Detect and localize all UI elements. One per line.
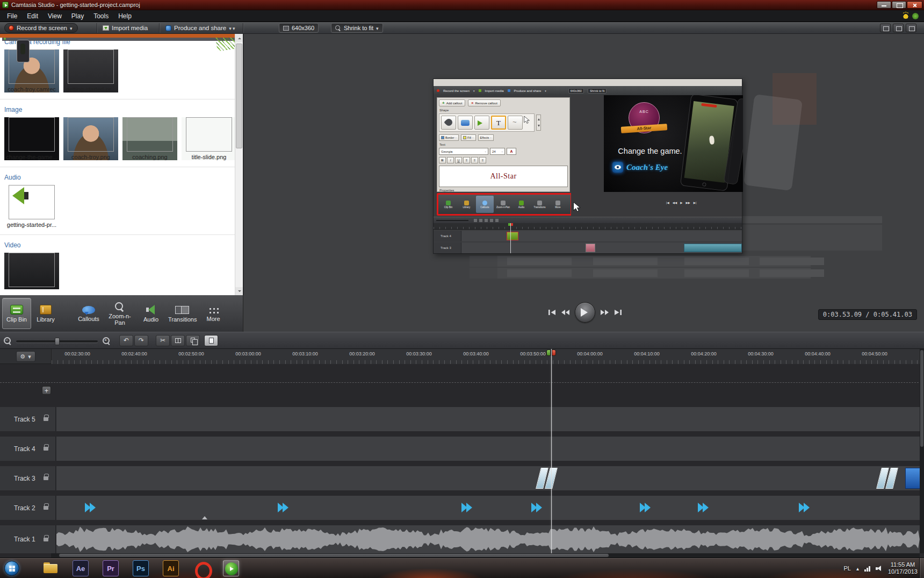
- taskbar-app-camtasia[interactable]: [223, 560, 239, 576]
- show-hidden-icons-icon[interactable]: [856, 565, 859, 572]
- ruler-timestamp-00-04-00-00: 00:04:00:00: [568, 351, 611, 356]
- copy-button[interactable]: [186, 335, 200, 346]
- menu-item-edit[interactable]: Edit: [22, 11, 43, 22]
- scrollbar-thumb[interactable]: [920, 350, 923, 447]
- video-preview-canvas[interactable]: Record the screen Import media Produce a…: [433, 79, 742, 254]
- detach-preview-button[interactable]: [880, 24, 891, 32]
- menu-item-file[interactable]: File: [2, 11, 22, 22]
- scroll-up-icon[interactable]: [235, 34, 243, 42]
- import-media-button[interactable]: Import media: [103, 23, 148, 33]
- lock-icon[interactable]: [44, 538, 48, 541]
- playhead-out-handle[interactable]: [552, 349, 556, 356]
- paw-icon[interactable]: [903, 12, 909, 19]
- clip-item-getting-started-pr[interactable]: getting-started-pr...: [4, 185, 59, 228]
- callout-clip-marker[interactable]: [278, 503, 289, 512]
- timeline-marker[interactable]: [202, 516, 207, 519]
- lock-icon[interactable]: [44, 417, 48, 421]
- close-button[interactable]: [907, 1, 922, 9]
- transition-clip[interactable]: [878, 468, 897, 489]
- play-button[interactable]: [575, 302, 595, 323]
- taskbar-app-premiere[interactable]: Pr: [103, 560, 119, 576]
- volume-icon[interactable]: [876, 566, 883, 572]
- maximize-button[interactable]: [892, 1, 906, 9]
- timeline-settings-gear-button[interactable]: [16, 351, 35, 362]
- minimize-button[interactable]: [877, 1, 891, 9]
- taskbar-app-photoshop[interactable]: Ps: [133, 560, 149, 576]
- track-5-body[interactable]: [56, 407, 920, 431]
- callout-clip-marker[interactable]: [799, 503, 810, 512]
- tab-callouts[interactable]: Callouts: [74, 298, 103, 329]
- timeline-vscrollbar[interactable]: [920, 349, 924, 553]
- scroll-down-icon[interactable]: [235, 287, 243, 295]
- tab-clip-bin[interactable]: Clip Bin: [2, 298, 31, 329]
- produce-options-dropdown[interactable]: [233, 23, 235, 33]
- tab-audio[interactable]: Audio: [136, 298, 165, 329]
- tab-more[interactable]: More: [199, 298, 228, 329]
- track-4-body[interactable]: [56, 437, 920, 461]
- network-icon[interactable]: [864, 566, 870, 572]
- expand-preview-button[interactable]: [893, 24, 904, 32]
- playhead[interactable]: [551, 349, 552, 553]
- tab-zoom-n-pan[interactable]: Zoom-n-Pan: [103, 298, 136, 329]
- go-to-start-button[interactable]: [548, 309, 556, 316]
- tab-library[interactable]: Library: [31, 298, 60, 329]
- split-button[interactable]: [171, 335, 185, 346]
- clip-item-getting-started-pr[interactable]: getting-started-pr...: [63, 49, 118, 92]
- clip-item[interactable]: [4, 253, 59, 289]
- menu-item-view[interactable]: View: [43, 11, 67, 22]
- callout-clip-marker[interactable]: [531, 503, 543, 512]
- callout-clip-marker[interactable]: [85, 503, 96, 512]
- cut-button[interactable]: [156, 335, 170, 346]
- preview-dimensions-button[interactable]: 640x360: [279, 23, 319, 33]
- callout-clip-marker[interactable]: [698, 503, 709, 512]
- zoom-in-button[interactable]: +: [102, 337, 111, 345]
- menu-item-help[interactable]: Help: [113, 11, 136, 22]
- taskbar-app-explorer[interactable]: [42, 560, 59, 576]
- playhead-in-handle[interactable]: [546, 349, 551, 356]
- lock-icon[interactable]: [44, 476, 48, 480]
- plant-icon[interactable]: [912, 13, 919, 19]
- clip-item-title-slide-png[interactable]: title-slide.png: [182, 117, 236, 160]
- clip-item-change-the-game[interactable]: change-the-game...: [4, 117, 59, 160]
- scrollbar-thumb[interactable]: [59, 554, 609, 557]
- track-2-body[interactable]: [56, 496, 920, 520]
- timeline-ruler[interactable]: 00:02:30:0000:02:40:0000:02:50:0000:03:0…: [51, 349, 920, 364]
- record-the-screen-button[interactable]: Record the screen: [4, 23, 78, 33]
- menu-item-play[interactable]: Play: [67, 11, 89, 22]
- taskbar-app-after-effects[interactable]: Ae: [73, 560, 89, 576]
- shrink-to-fit-button[interactable]: Shrink to fit: [331, 23, 383, 33]
- go-to-end-button[interactable]: [614, 309, 622, 316]
- zoom-slider-thumb[interactable]: [55, 338, 60, 345]
- transition-clip[interactable]: [537, 468, 557, 489]
- clip-item-coach-troy-png[interactable]: coach-troy.png: [63, 117, 118, 160]
- taskbar-app-illustrator[interactable]: Ai: [163, 560, 179, 576]
- timeline-hscrollbar[interactable]: [51, 553, 920, 558]
- clip-bin-scrollbar[interactable]: [235, 34, 243, 295]
- add-track-button[interactable]: [42, 386, 51, 395]
- show-desktop-button[interactable]: [919, 558, 924, 578]
- clock[interactable]: 11:55 AM 10/17/2013: [888, 561, 918, 575]
- rewind-button[interactable]: [561, 309, 570, 316]
- paste-button[interactable]: [204, 335, 218, 346]
- tab-transitions[interactable]: Transitions: [165, 298, 199, 329]
- lock-icon[interactable]: [44, 506, 48, 510]
- fullscreen-preview-button[interactable]: [906, 24, 916, 32]
- menu-item-tools[interactable]: Tools: [89, 11, 113, 22]
- scrollbar-thumb[interactable]: [236, 44, 242, 148]
- start-button[interactable]: [4, 561, 19, 576]
- timeline-zoom-slider[interactable]: [16, 340, 98, 342]
- undo-button[interactable]: [119, 335, 133, 346]
- track-3-body[interactable]: [56, 466, 920, 490]
- clip-item-coach-troy-camrec[interactable]: coach-troy.camrec: [4, 49, 59, 92]
- track-1-body[interactable]: [56, 525, 920, 553]
- clip-item-coaching-png[interactable]: coaching.png: [122, 117, 177, 160]
- taskbar-app-opera[interactable]: O: [193, 560, 209, 576]
- redo-button[interactable]: [134, 335, 148, 346]
- lock-icon[interactable]: [44, 447, 48, 451]
- language-indicator[interactable]: PL: [843, 565, 850, 572]
- zoom-out-button[interactable]: −: [3, 337, 12, 345]
- fast-forward-button[interactable]: [600, 309, 609, 316]
- produce-and-share-button[interactable]: Produce and share: [165, 23, 232, 33]
- callout-clip-marker[interactable]: [461, 503, 473, 512]
- callout-clip-marker[interactable]: [640, 503, 651, 512]
